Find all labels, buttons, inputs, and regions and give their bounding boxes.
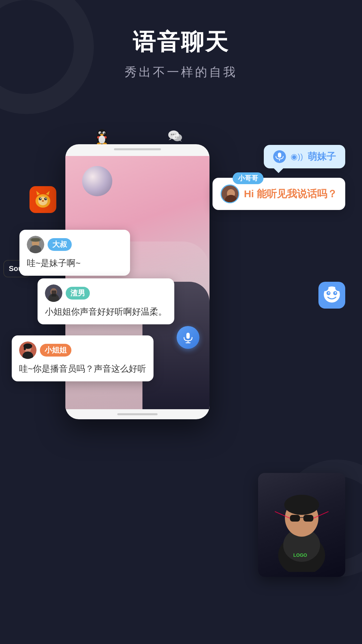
guy-photo: LOGO bbox=[258, 473, 345, 577]
svg-point-31 bbox=[40, 198, 41, 199]
voice-user-tag: 萌妹子 bbox=[308, 150, 336, 163]
title-section: 语音聊天 秀出不一样的自我 bbox=[0, 27, 362, 80]
svg-point-5 bbox=[100, 132, 101, 134]
scum-avatar bbox=[45, 284, 62, 302]
svg-rect-64 bbox=[24, 346, 26, 350]
uncle-message-bubble: 大叔 哇~是妹子啊~ bbox=[19, 230, 130, 276]
phone-notch bbox=[114, 148, 161, 150]
svg-point-12 bbox=[99, 136, 105, 144]
phone-home-bar bbox=[117, 413, 158, 415]
xiaojiejie-bubble-header: 小姐姐 bbox=[19, 341, 146, 359]
disco-ball bbox=[82, 166, 112, 196]
svg-point-21 bbox=[178, 137, 180, 138]
svg-point-39 bbox=[335, 292, 336, 293]
svg-point-15 bbox=[171, 134, 173, 136]
scum-message-bubble: 渣男 小姐姐你声音好好听啊好温柔。 bbox=[38, 278, 174, 324]
svg-rect-70 bbox=[303, 515, 313, 522]
svg-point-40 bbox=[322, 284, 328, 291]
main-title: 语音聊天 bbox=[0, 27, 362, 57]
svg-point-38 bbox=[328, 292, 329, 293]
svg-point-19 bbox=[175, 137, 176, 138]
svg-rect-69 bbox=[290, 515, 300, 522]
mic-icon bbox=[273, 150, 286, 163]
xiao-gege-avatar bbox=[221, 184, 239, 203]
xiaojiejie-message-text: 哇~你是播音员吗？声音这么好听 bbox=[19, 362, 146, 375]
svg-point-33 bbox=[42, 200, 44, 202]
svg-point-68 bbox=[284, 495, 319, 515]
svg-rect-42 bbox=[186, 333, 190, 339]
voice-indicator-bubble: ◉)) 萌妹子 bbox=[264, 145, 345, 168]
scum-tag: 渣男 bbox=[66, 287, 90, 300]
guy-illustration: LOGO bbox=[265, 478, 339, 572]
xiao-gege-tag: 小哥哥 bbox=[233, 172, 263, 184]
svg-rect-59 bbox=[52, 290, 56, 297]
svg-point-6 bbox=[104, 132, 105, 134]
svg-point-32 bbox=[46, 198, 47, 199]
xiaojiejie-message-bubble: 小姐姐 哇~你是播音员吗？声音这么好听 bbox=[12, 335, 154, 381]
hi-message-text: Hi 能听见我说话吗？ bbox=[244, 187, 337, 201]
guy-photo-inner: LOGO bbox=[258, 473, 345, 577]
uncle-avatar bbox=[27, 236, 44, 253]
xiaojiejie-avatar bbox=[19, 341, 37, 359]
svg-text:LOGO: LOGO bbox=[293, 552, 307, 558]
svg-point-20 bbox=[177, 137, 178, 138]
svg-rect-46 bbox=[278, 153, 281, 158]
mic-button-phone[interactable] bbox=[177, 326, 199, 349]
uncle-tag: 大叔 bbox=[48, 238, 72, 251]
xiaojiejie-tag: 小姐姐 bbox=[40, 344, 71, 357]
popo-icon bbox=[318, 282, 345, 309]
svg-rect-55 bbox=[32, 238, 40, 241]
hi-message-bubble: 小哥哥 Hi 能听见我说话吗？ bbox=[213, 178, 345, 210]
sub-title: 秀出不一样的自我 bbox=[0, 64, 362, 80]
uncle-bubble-header: 大叔 bbox=[27, 236, 123, 253]
tangerine-icon bbox=[29, 186, 56, 213]
scum-bubble-header: 渣男 bbox=[45, 284, 167, 302]
uncle-message-text: 哇~是妹子啊~ bbox=[27, 257, 123, 270]
scum-message-text: 小姐姐你声音好好听啊好温柔。 bbox=[45, 305, 167, 318]
sound-wave-icon: ◉)) bbox=[291, 152, 303, 161]
svg-point-41 bbox=[335, 284, 342, 291]
